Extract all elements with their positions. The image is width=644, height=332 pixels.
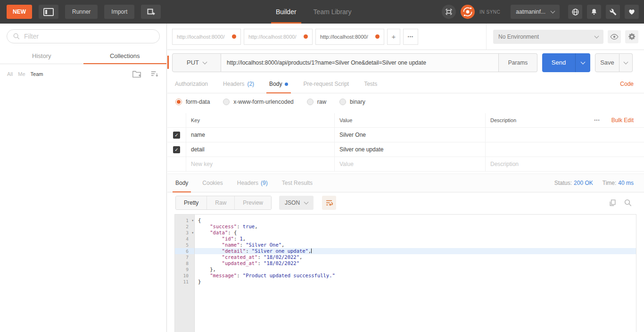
column-header-value: Value xyxy=(335,113,486,127)
gutter-line-number: 9 xyxy=(175,266,194,273)
tab-authorization[interactable]: Authorization xyxy=(175,75,208,93)
gutter-line-number: 4 xyxy=(175,236,194,242)
gutter-line-number: 8 xyxy=(175,260,194,266)
value-cell[interactable]: Silver one update xyxy=(335,142,486,157)
environment-settings-button[interactable] xyxy=(625,30,638,43)
key-cell[interactable]: detail xyxy=(186,142,335,157)
fold-toggle-icon[interactable]: ▾ xyxy=(191,217,194,224)
response-tab-cookies[interactable]: Cookies xyxy=(202,174,223,192)
chevron-down-icon xyxy=(203,59,207,64)
send-options-button[interactable] xyxy=(575,53,590,72)
response-body-editor[interactable]: 1▾23▾4567891011 { "success": true, "data… xyxy=(174,214,636,332)
status-value[interactable]: 200 OK xyxy=(574,180,593,186)
runner-button[interactable]: Runner xyxy=(65,5,98,19)
tab-pre-request-script[interactable]: Pre-request Script xyxy=(303,75,349,93)
description-cell[interactable] xyxy=(486,128,644,142)
new-button[interactable]: NEW xyxy=(7,5,32,19)
request-tab-2[interactable]: http://localhost:8000/ xyxy=(244,29,313,45)
search-response-button[interactable] xyxy=(624,199,632,207)
notifications-button[interactable] xyxy=(587,5,601,19)
table-options-button[interactable]: ••• xyxy=(594,118,600,123)
code-line: "detail": "Silver one update", xyxy=(195,248,636,254)
column-header-label: Description xyxy=(490,117,516,123)
unsaved-changes-dot xyxy=(375,34,380,39)
tab-body[interactable]: Body xyxy=(269,75,288,93)
tab-label: Body xyxy=(269,81,282,87)
bulk-edit-button[interactable]: Bulk Edit xyxy=(611,117,634,124)
description-cell[interactable] xyxy=(486,142,644,157)
sync-status-label: IN SYNC xyxy=(479,9,500,15)
save-button[interactable]: Save xyxy=(595,53,619,72)
scope-team[interactable]: Team xyxy=(31,71,43,77)
save-options-button[interactable] xyxy=(619,53,633,72)
tab-builder[interactable]: Builder xyxy=(276,0,297,24)
body-indicator-dot xyxy=(285,83,288,86)
panel-drag-indicator[interactable] xyxy=(167,56,169,69)
add-tab-button[interactable]: + xyxy=(387,29,400,45)
request-tab-1[interactable]: http://localhost:8000/ xyxy=(172,29,241,45)
response-tab-test-results[interactable]: Test Results xyxy=(282,174,313,192)
mode-form-data[interactable]: form-data xyxy=(175,99,210,105)
time-value[interactable]: 40 ms xyxy=(618,180,634,186)
view-pretty-button[interactable]: Pretty xyxy=(176,196,206,209)
tab-history[interactable]: History xyxy=(0,48,83,64)
params-button[interactable]: Params xyxy=(499,53,537,72)
sort-icon[interactable] xyxy=(150,70,159,78)
tab-team-library[interactable]: Team Library xyxy=(314,0,352,24)
chevron-down-icon xyxy=(594,33,599,38)
wrap-text-button[interactable] xyxy=(322,196,336,210)
view-raw-button[interactable]: Raw xyxy=(206,196,234,209)
interceptor-button[interactable] xyxy=(568,5,582,19)
capture-requests-button[interactable] xyxy=(442,5,456,19)
gutter-line-number: 6 xyxy=(175,248,194,254)
import-button[interactable]: Import xyxy=(104,5,134,19)
view-preview-button[interactable]: Preview xyxy=(234,196,271,209)
favorites-button[interactable] xyxy=(625,5,639,19)
environment-select[interactable]: No Environment xyxy=(493,30,603,44)
eye-icon xyxy=(610,33,619,40)
row-checkbox-checked[interactable]: ✓ xyxy=(173,146,180,153)
new-description-cell[interactable]: Description xyxy=(486,157,644,171)
response-action-icons xyxy=(609,199,632,207)
account-menu-button[interactable]: aatmaninf... xyxy=(511,5,560,19)
mode-x-www-form-urlencoded[interactable]: x-www-form-urlencoded xyxy=(223,99,293,105)
fold-toggle-icon[interactable]: ▾ xyxy=(191,230,194,236)
tab-headers[interactable]: Headers (2) xyxy=(223,75,254,93)
radio-selected-icon xyxy=(175,99,182,105)
method-select[interactable]: PUT xyxy=(172,53,221,72)
globe-icon xyxy=(571,8,579,16)
key-cell[interactable]: name xyxy=(186,128,335,142)
format-value: JSON xyxy=(285,199,300,206)
request-tab-3-active[interactable]: http://localhost:8000/ xyxy=(315,29,384,45)
copy-response-button[interactable] xyxy=(609,199,617,207)
scope-all[interactable]: All xyxy=(7,71,13,77)
new-value-cell[interactable]: Value xyxy=(335,157,486,171)
generate-code-link[interactable]: Code xyxy=(620,81,634,87)
environment-quicklook-button[interactable] xyxy=(608,30,621,43)
top-bar-right: IN SYNC aatmaninf... xyxy=(442,0,639,24)
tab-tests[interactable]: Tests xyxy=(364,75,377,93)
code-line: { xyxy=(195,217,636,224)
send-button[interactable]: Send xyxy=(542,53,575,72)
url-input[interactable] xyxy=(221,53,499,72)
format-select[interactable]: JSON xyxy=(279,196,314,210)
scope-me[interactable]: Me xyxy=(18,71,25,77)
environment-value: No Environment xyxy=(498,33,539,40)
settings-wrench-button[interactable] xyxy=(606,5,620,19)
row-checkbox-checked[interactable]: ✓ xyxy=(173,132,180,139)
mode-binary[interactable]: binary xyxy=(339,99,365,105)
tab-overflow-button[interactable]: ••• xyxy=(403,29,418,45)
new-window-icon xyxy=(147,8,155,16)
response-tab-headers[interactable]: Headers (9) xyxy=(237,174,268,192)
filter-input[interactable] xyxy=(7,29,160,43)
response-tab-body[interactable]: Body xyxy=(175,174,188,192)
tab-collections[interactable]: Collections xyxy=(83,48,167,64)
new-key-cell[interactable]: New key xyxy=(186,157,335,171)
tab-label: Tests xyxy=(364,81,377,87)
mode-raw[interactable]: raw xyxy=(307,99,326,105)
new-folder-icon[interactable] xyxy=(132,70,141,78)
new-window-button[interactable] xyxy=(141,5,161,19)
sidebar-toggle-button[interactable] xyxy=(39,5,58,19)
sync-status-button[interactable] xyxy=(461,5,475,19)
value-cell[interactable]: Silver One xyxy=(335,128,486,142)
